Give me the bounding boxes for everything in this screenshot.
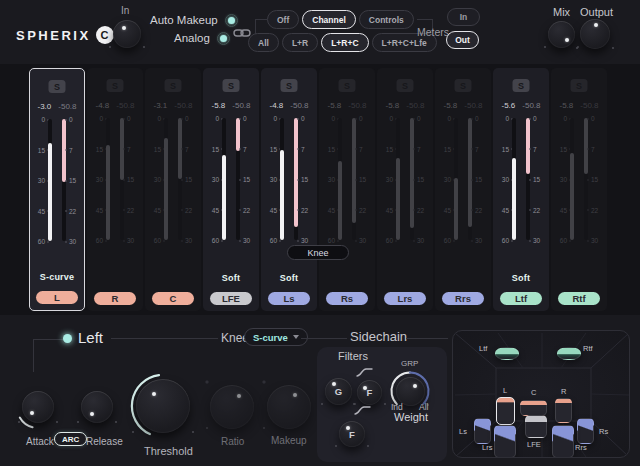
scale-tick: 7 [475, 145, 479, 152]
knee-select[interactable]: S-curve [244, 328, 308, 346]
scale-tick: 0 [563, 115, 567, 122]
channel-label-pill[interactable]: R [94, 292, 136, 305]
scale-tick: 30 [359, 237, 366, 244]
release-knob[interactable] [81, 391, 113, 423]
scale-tick: 15 [301, 176, 308, 183]
strip-meter-area: S-4.8-50.801530456007152230 [87, 68, 143, 311]
channel-label-pill[interactable]: Ltf [500, 292, 542, 305]
output-knob[interactable] [580, 19, 610, 49]
channel-label-pill[interactable]: L [36, 291, 78, 304]
channel-label-pill[interactable]: Ls [268, 292, 310, 305]
input-meter-track [164, 118, 168, 240]
solo-button[interactable]: S [455, 79, 472, 92]
link-mode-button-l-r-c[interactable]: L+R+C [321, 33, 368, 52]
solo-button[interactable]: S [223, 79, 240, 92]
level-meter: 01530456007152230 [440, 118, 486, 240]
speaker-ls[interactable] [474, 418, 491, 444]
gain-reduction-value: -50.8 [232, 101, 250, 110]
channel-strip-rrs[interactable]: S-5.8-50.801530456007152230Rrs [435, 68, 491, 311]
link-mode-button-off[interactable]: Off [267, 10, 299, 29]
speaker-rs[interactable] [577, 418, 594, 444]
makeup-label: Makeup [271, 435, 307, 446]
meter-scale-right: 07152230 [243, 118, 254, 240]
strip-meter-area: S-5.8-50.801530456007152230 [551, 68, 607, 311]
speaker-lfe[interactable] [525, 415, 547, 438]
channel-label-pill[interactable]: C [152, 292, 194, 305]
meters-in-button[interactable]: In [447, 8, 480, 26]
level-meter: 01530456007152230 [324, 118, 370, 240]
link-mode-button-all[interactable]: All [248, 33, 279, 52]
speaker-rrs[interactable] [552, 425, 574, 458]
input-level-value: -5.8 [559, 101, 573, 110]
link-mode-button-controls[interactable]: Controls [359, 10, 414, 29]
sidechain-gain-knob[interactable]: G [325, 378, 352, 405]
strip-meter-area: S-5.6-50.801530456007152230Soft [493, 68, 549, 311]
channel-strip-ltf[interactable]: S-5.6-50.801530456007152230SoftLtf [493, 68, 549, 311]
speaker-r[interactable] [555, 398, 572, 423]
strip-meter-area: S-5.8-50.801530456007152230 [319, 68, 375, 311]
knee-overlay-button[interactable]: Knee [287, 245, 349, 260]
level-meter: 01530456007152230 [208, 118, 254, 240]
channel-strip-rtf[interactable]: S-5.8-50.801530456007152230Rtf [551, 68, 607, 311]
channel-strip-l[interactable]: S-3.0-50.801530456007152230S-curveL [29, 68, 85, 311]
input-meter-bar [280, 150, 284, 240]
channel-label-pill[interactable]: LFE [210, 292, 252, 305]
solo-button[interactable]: S [107, 79, 124, 92]
sidechain-freq-knob-1[interactable]: F [357, 380, 382, 405]
solo-button[interactable]: S [397, 79, 414, 92]
link-mode-button-l-r[interactable]: L+R [282, 33, 318, 52]
speaker-c[interactable] [520, 400, 547, 416]
channel-label-pill[interactable]: Rtf [558, 292, 600, 305]
scale-tick: 22 [417, 206, 424, 213]
link-mode-button-channel[interactable]: Channel [302, 10, 356, 29]
attack-knob[interactable] [22, 391, 54, 423]
speaker-ltf[interactable] [495, 347, 519, 360]
input-level-value: -5.8 [211, 101, 225, 110]
channel-label-pill[interactable]: Lrs [384, 292, 426, 305]
speaker-rtf[interactable] [557, 347, 581, 360]
scale-tick: 0 [331, 115, 335, 122]
solo-button[interactable]: S [339, 79, 356, 92]
sidechain-freq-knob-2[interactable]: F [339, 421, 365, 447]
input-level-value: -5.6 [501, 101, 515, 110]
auto-makeup-toggle[interactable]: Auto Makeup [150, 13, 238, 27]
meter-scale-left: 015304560 [208, 118, 219, 240]
scale-tick: 0 [505, 115, 509, 122]
channel-strip-r[interactable]: S-4.8-50.801530456007152230R [87, 68, 143, 311]
output-knob-label: Output [580, 6, 613, 18]
solo-button[interactable]: S [165, 79, 182, 92]
mix-knob[interactable] [548, 21, 575, 48]
speaker-label-lfe: LFE [527, 440, 541, 449]
makeup-knob[interactable] [267, 385, 311, 429]
input-gain-knob[interactable] [113, 20, 141, 48]
scale-tick: 30 [328, 176, 335, 183]
meter-scale-right: 07152230 [533, 118, 544, 240]
gr-meter-bar [62, 119, 66, 182]
arc-button[interactable]: ARC [54, 432, 87, 446]
solo-button[interactable]: S [571, 79, 588, 92]
solo-button[interactable]: S [49, 80, 66, 93]
channel-strip-ls[interactable]: S-4.8-50.801530456007152230SoftLs [261, 68, 317, 311]
speaker-l[interactable] [496, 397, 515, 425]
meter-scale-right: 07152230 [591, 118, 602, 240]
level-meter: 01530456007152230 [92, 118, 138, 240]
solo-button[interactable]: S [281, 79, 298, 92]
speaker-lrs[interactable] [494, 425, 516, 458]
threshold-knob[interactable] [136, 379, 190, 433]
meter-scale-left: 015304560 [150, 118, 161, 240]
meter-scale-left: 015304560 [266, 118, 277, 240]
logo-text: SPHERIX [16, 28, 91, 43]
solo-button[interactable]: S [513, 79, 530, 92]
speaker-label-rtf: Rtf [583, 344, 593, 353]
channel-label-pill[interactable]: Rs [326, 292, 368, 305]
channel-strip-lfe[interactable]: S-5.8-50.801530456007152230SoftLFE [203, 68, 259, 311]
scale-tick: 0 [99, 115, 103, 122]
ratio-knob[interactable] [210, 385, 254, 429]
meters-out-button[interactable]: Out [446, 31, 479, 49]
channel-strip-rs[interactable]: S-5.8-50.801530456007152230Rs [319, 68, 375, 311]
scale-tick: 15 [328, 145, 335, 152]
analog-toggle[interactable]: Analog [174, 31, 230, 45]
channel-strip-c[interactable]: S-3.1-50.801530456007152230C [145, 68, 201, 311]
channel-label-pill[interactable]: Rrs [442, 292, 484, 305]
channel-strip-lrs[interactable]: S-5.8-50.801530456007152230Lrs [377, 68, 433, 311]
